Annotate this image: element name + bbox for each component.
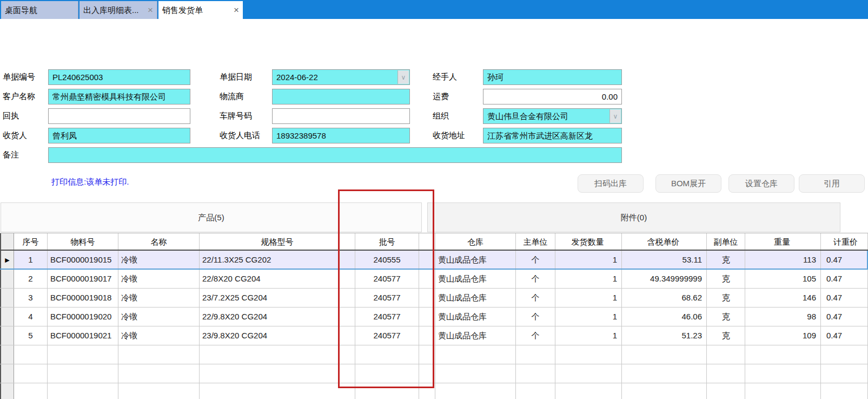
cell[interactable] xyxy=(200,364,355,383)
cell[interactable] xyxy=(200,345,355,364)
cell[interactable] xyxy=(419,270,435,288)
header-cell-name[interactable]: 名称 xyxy=(118,233,200,250)
cell[interactable] xyxy=(622,345,707,364)
row-marker-cell[interactable] xyxy=(0,364,14,383)
cell[interactable]: 0.47 xyxy=(821,270,868,288)
header-cell-spec[interactable]: 规格型号 xyxy=(200,233,355,250)
cell[interactable] xyxy=(707,345,745,364)
cell[interactable]: 个 xyxy=(516,308,555,326)
receipt-input[interactable] xyxy=(48,108,190,124)
cell[interactable]: 240577 xyxy=(355,270,419,288)
cell[interactable] xyxy=(118,345,200,364)
cell[interactable]: 个 xyxy=(516,289,555,307)
window-tab-sales-delivery[interactable]: 销售发货单 × xyxy=(158,1,243,19)
cell[interactable]: 1 xyxy=(555,289,622,307)
cell[interactable]: 240577 xyxy=(355,289,419,307)
cell[interactable]: 0.47 xyxy=(821,289,868,307)
table-row[interactable] xyxy=(0,383,868,399)
cell[interactable] xyxy=(745,345,821,364)
cell[interactable] xyxy=(355,383,419,399)
bom-expand-button[interactable]: BOM展开 xyxy=(655,174,721,193)
row-marker-cell[interactable] xyxy=(0,289,14,307)
remark-input[interactable] xyxy=(48,147,622,163)
cell[interactable]: 冷镦 xyxy=(118,270,200,288)
cell[interactable] xyxy=(745,364,821,383)
cell[interactable]: 22/9.8X20 CG204 xyxy=(200,308,355,326)
cell[interactable]: 黄山成品仓库 xyxy=(435,289,516,307)
cell[interactable]: 克 xyxy=(707,326,745,345)
cell[interactable]: 1 xyxy=(555,308,622,326)
cell[interactable] xyxy=(14,345,48,364)
cell[interactable]: 冷镦 xyxy=(118,326,200,345)
cell[interactable] xyxy=(355,364,419,383)
cell[interactable] xyxy=(435,383,516,399)
address-input[interactable]: 江苏省常州市武进区高新区龙 xyxy=(483,128,622,143)
cell[interactable] xyxy=(555,345,622,364)
cell[interactable]: 146 xyxy=(745,289,821,307)
cell[interactable]: 109 xyxy=(745,326,821,345)
window-tab-desktop-nav[interactable]: 桌面导航 xyxy=(1,1,78,19)
row-marker-cell[interactable] xyxy=(0,383,14,399)
cell[interactable]: BCF0000019020 xyxy=(48,308,118,326)
cell[interactable]: 个 xyxy=(516,270,555,288)
cell[interactable] xyxy=(555,383,622,399)
cell[interactable] xyxy=(555,364,622,383)
logistics-input[interactable] xyxy=(272,89,410,104)
header-cell-batch-no[interactable]: 批号 xyxy=(355,233,419,250)
cell[interactable]: BCF0000019018 xyxy=(48,289,118,307)
plate-no-input[interactable] xyxy=(272,108,410,124)
row-marker-cell[interactable] xyxy=(0,326,14,345)
cell[interactable]: 2 xyxy=(14,270,48,288)
reference-button[interactable]: 引用 xyxy=(799,174,865,193)
cell[interactable] xyxy=(355,345,419,364)
cell[interactable]: 240577 xyxy=(355,308,419,326)
cell[interactable] xyxy=(622,383,707,399)
cell[interactable]: 0.47 xyxy=(821,251,868,269)
cell[interactable] xyxy=(200,383,355,399)
cell[interactable] xyxy=(419,364,435,383)
cell[interactable] xyxy=(821,383,868,399)
cell[interactable]: 105 xyxy=(745,270,821,288)
header-cell-main-unit[interactable]: 主单位 xyxy=(516,233,555,250)
cell[interactable]: 3 xyxy=(14,289,48,307)
cell[interactable]: 49.349999999 xyxy=(622,270,707,288)
cell[interactable]: 1 xyxy=(14,251,48,269)
cell[interactable]: 黄山成品仓库 xyxy=(435,308,516,326)
chevron-down-icon[interactable]: ∨ xyxy=(609,109,621,123)
cell[interactable] xyxy=(419,345,435,364)
handler-input[interactable]: 孙珂 xyxy=(483,69,622,85)
cell[interactable]: 1 xyxy=(555,270,622,288)
cell[interactable]: 23/9.8X20 CG204 xyxy=(200,326,355,345)
cell[interactable] xyxy=(821,345,868,364)
header-cell-sub-unit[interactable]: 副单位 xyxy=(707,233,745,250)
close-icon[interactable]: × xyxy=(148,1,153,19)
close-icon[interactable]: × xyxy=(234,1,239,19)
cell[interactable] xyxy=(48,345,118,364)
cell[interactable]: BCF0000019017 xyxy=(48,270,118,288)
cell[interactable] xyxy=(118,364,200,383)
header-cell-seq[interactable]: 序号 xyxy=(14,233,48,250)
cell[interactable]: BCF0000019015 xyxy=(48,251,118,269)
cell[interactable]: 黄山成品仓库 xyxy=(435,270,516,288)
tab-products[interactable]: 产品(5) xyxy=(1,202,422,232)
cell[interactable] xyxy=(707,364,745,383)
cell[interactable] xyxy=(419,383,435,399)
cell[interactable] xyxy=(821,364,868,383)
cell[interactable]: 黄山成品仓库 xyxy=(435,251,516,269)
cell[interactable] xyxy=(435,345,516,364)
cell[interactable]: 53.11 xyxy=(622,251,707,269)
window-tab-inventory-detail[interactable]: 出入库明细表... × xyxy=(79,1,157,19)
header-cell-warehouse[interactable]: 仓库 xyxy=(435,233,516,250)
table-row[interactable]: ▶1BCF0000019015冷镦22/11.3X25 CG202240555黄… xyxy=(0,251,868,270)
cell[interactable]: 240555 xyxy=(355,251,419,269)
chevron-down-icon[interactable]: ∨ xyxy=(397,70,409,84)
cell[interactable] xyxy=(48,383,118,399)
cell[interactable]: 克 xyxy=(707,289,745,307)
cell[interactable]: 1 xyxy=(555,251,622,269)
cell[interactable]: 克 xyxy=(707,308,745,326)
doc-no-input[interactable]: PL240625003 xyxy=(48,69,190,85)
cell[interactable] xyxy=(14,383,48,399)
set-warehouse-button[interactable]: 设置仓库 xyxy=(728,174,794,193)
cell[interactable] xyxy=(516,345,555,364)
cell[interactable] xyxy=(14,364,48,383)
